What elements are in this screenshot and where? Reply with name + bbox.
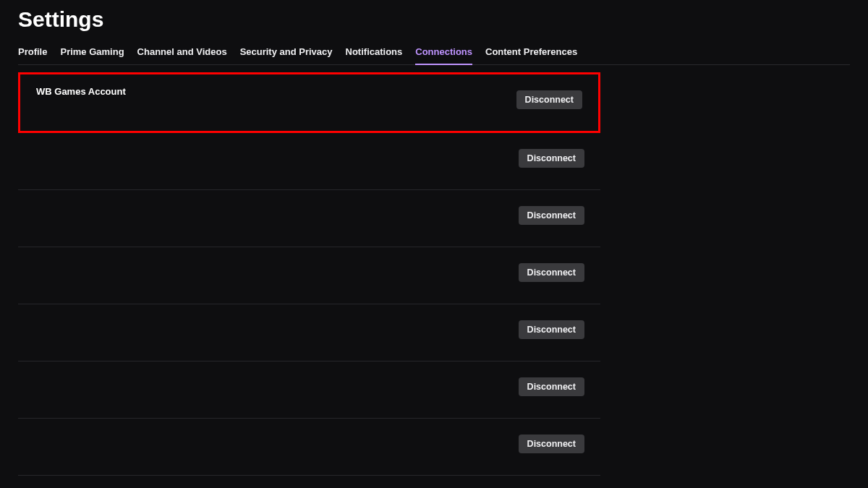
disconnect-button[interactable]: Disconnect (519, 320, 584, 339)
tab-content-preferences[interactable]: Content Preferences (485, 40, 577, 64)
connection-row: Disconnect (18, 247, 600, 304)
tab-security-and-privacy[interactable]: Security and Privacy (240, 40, 333, 64)
tab-profile[interactable]: Profile (18, 40, 47, 64)
connections-list: WB Games Account Disconnect Disconnect D… (18, 72, 600, 488)
connection-name: WB Games Account (36, 85, 126, 97)
connection-row: Disconnect (18, 190, 600, 247)
connection-row-wb-games: WB Games Account Disconnect (18, 72, 600, 133)
disconnect-button[interactable]: Disconnect (519, 263, 584, 282)
tab-connections[interactable]: Connections (415, 40, 472, 64)
disconnect-button[interactable]: Disconnect (516, 90, 582, 109)
disconnect-button[interactable]: Disconnect (519, 435, 584, 453)
disconnect-button[interactable]: Disconnect (519, 377, 584, 396)
settings-tabs: Profile Prime Gaming Channel and Videos … (18, 40, 850, 65)
disconnect-button[interactable]: Disconnect (519, 206, 584, 225)
tab-prime-gaming[interactable]: Prime Gaming (60, 40, 124, 64)
disconnect-button[interactable]: Disconnect (519, 149, 584, 168)
tab-channel-and-videos[interactable]: Channel and Videos (137, 40, 227, 64)
connection-row: Disconnect (18, 476, 600, 488)
connection-row: Disconnect (18, 133, 600, 190)
tab-notifications[interactable]: Notifications (346, 40, 403, 64)
connection-row: Disconnect (18, 304, 600, 361)
page-title: Settings (18, 7, 850, 32)
connection-row: Disconnect (18, 361, 600, 419)
connection-row: Disconnect (18, 419, 600, 476)
